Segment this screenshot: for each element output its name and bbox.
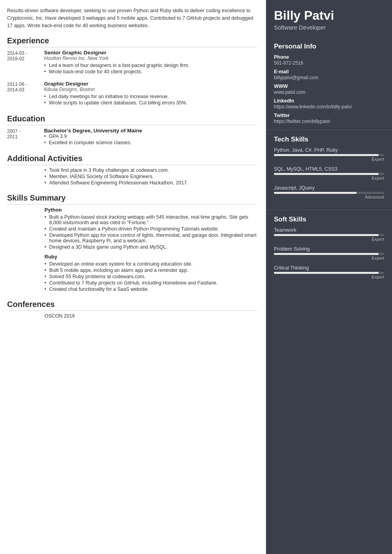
- job-title: Senior Graphic Designer: [44, 50, 257, 56]
- experience-section: Experience 2014-03 -2018-02 Senior Graph…: [7, 36, 257, 106]
- skill-bar-bg: [274, 192, 384, 194]
- phone-value: 501-872-2516: [274, 60, 384, 66]
- skill-bar-bg: [274, 272, 384, 274]
- skill-bar-item: Teamwork Expert: [274, 227, 384, 242]
- summary-text: Results-driven software developer, seeki…: [7, 7, 257, 29]
- skill-language-section: Ruby Developed an online exam system for…: [44, 254, 257, 292]
- right-column: Billy Patvi Software Developer Personal …: [266, 0, 392, 554]
- left-column: Results-driven software developer, seeki…: [0, 0, 266, 554]
- www-label: WWW: [274, 84, 384, 89]
- degree-title: Bachelor's Degree, University of Maine: [44, 128, 257, 134]
- skill-name: Problem Solving: [274, 246, 384, 252]
- skill-level: Expert: [274, 256, 384, 260]
- experience-title: Experience: [7, 36, 257, 47]
- bullet-item: Led a team of four designers in a fast-p…: [44, 63, 257, 68]
- skills-summary-section: Skills Summary Python Built a Python-bas…: [7, 193, 257, 292]
- skill-language-title: Python: [44, 207, 257, 213]
- conferences-title: Conferences: [7, 300, 257, 311]
- skill-name: Javascript, JQuery: [274, 185, 384, 191]
- bullet-item: Wrote scripts to update client databases…: [44, 100, 257, 106]
- exp-date: 2014-03 -2018-02: [7, 50, 39, 75]
- edu-bullets: GPA 3.9Excelled in computer science clas…: [44, 134, 257, 145]
- skill-level: Expert: [274, 275, 384, 279]
- company: Kibula Designs, Boston: [44, 87, 257, 92]
- skill-level: Expert: [274, 157, 384, 162]
- twitter-value: https://twitter.com/billypatvi: [274, 119, 384, 124]
- bullet-item: Wrote back-end code for 40 client projec…: [44, 69, 257, 74]
- skill-language-title: Ruby: [44, 254, 257, 260]
- skill-bar-fill: [274, 173, 379, 175]
- tech-skills-title: Tech Skills: [274, 136, 384, 143]
- phone-label: Phone: [274, 54, 384, 60]
- bullet-item: Solved 55 Ruby problems at codewars.com.: [44, 274, 257, 279]
- skill-bar-item: Problem Solving Expert: [274, 246, 384, 260]
- www-value: www.patvi.com: [274, 89, 384, 95]
- linkedin-label: LinkedIn: [274, 98, 384, 104]
- bullet-item: Led daily meetings for an initiative to …: [44, 94, 257, 99]
- skill-bar-fill: [274, 253, 379, 255]
- additional-item: Attended Software Engineering Profession…: [44, 180, 257, 186]
- skill-bar-fill: [274, 154, 379, 156]
- skill-language-section: Python Built a Python-based stock tracki…: [44, 207, 257, 250]
- conferences-section: Conferences OSCON 2016: [7, 300, 257, 319]
- personal-info-title: Personal Info: [274, 43, 384, 50]
- candidate-title: Software Developer: [274, 24, 384, 31]
- experience-item: 2014-03 -2018-02 Senior Graphic Designer…: [7, 50, 257, 75]
- education-item: 2007 -2011 Bachelor's Degree, University…: [7, 128, 257, 146]
- edu-date: 2007 -2011: [7, 128, 39, 146]
- job-title: Graphic Designer: [44, 81, 257, 87]
- skill-bar-item: SQL, MySQL, HTML5, CSS3 Expert: [274, 166, 384, 180]
- bullet-item: Excelled in computer science classes.: [44, 140, 257, 145]
- skill-bar-item: Python, Java, C#, PHP, Ruby Expert: [274, 147, 384, 162]
- skill-name: Python, Java, C#, PHP, Ruby: [274, 147, 384, 153]
- skill-bar-bg: [274, 173, 384, 175]
- additional-list: Took first place in 3 Ruby challenges at…: [7, 167, 257, 186]
- bullet-item: Developed Python app for voice control o…: [44, 232, 257, 244]
- twitter-label: Twitter: [274, 113, 384, 118]
- bullet-item: Created chat functionality for a SaaS we…: [44, 286, 257, 292]
- skill-bullets: Built a Python-based stock tracking weba…: [44, 214, 257, 250]
- skill-bar-item: Critical Thinking Expert: [274, 265, 384, 279]
- skill-bar-item: Javascript, JQuery Advanced: [274, 185, 384, 199]
- email-value: billypatvi@gmail.com: [274, 75, 384, 80]
- additional-item: Member, IAENG Society of Software Engine…: [44, 174, 257, 179]
- additional-title: Additional Activities: [7, 154, 257, 165]
- education-title: Education: [7, 114, 257, 125]
- bullet-item: Contributed to 7 Ruby projects on GitHub…: [44, 280, 257, 286]
- skill-bar-bg: [274, 253, 384, 255]
- skill-bullets: Developed an online exam system for a co…: [44, 261, 257, 292]
- skill-level: Expert: [274, 176, 384, 180]
- skills-summary-title: Skills Summary: [7, 193, 257, 204]
- skill-level: Advanced: [274, 195, 384, 199]
- skill-bar-fill: [274, 272, 379, 274]
- skill-bar-bg: [274, 234, 384, 236]
- skill-bar-bg: [274, 154, 384, 156]
- bullet-item: Designed a 3D Maze game using Python and…: [44, 244, 257, 250]
- skill-name: Critical Thinking: [274, 265, 384, 271]
- candidate-name: Billy Patvi: [274, 9, 384, 22]
- soft-skills-title: Soft Skills: [274, 216, 384, 223]
- bullet-item: Created and maintain a Python-driven Pyt…: [44, 226, 257, 232]
- conference-item: OSCON 2016: [7, 313, 257, 319]
- company: Houlton Renno Inc. New York: [44, 56, 257, 61]
- personal-info-section: Personal Info Phone 501-872-2516 E-mail …: [266, 37, 392, 130]
- experience-item: 2011-06 -2014-03 Graphic Designer Kibula…: [7, 81, 257, 106]
- linkedin-value: https://www.linkedin.com/in/billy-patvi: [274, 104, 384, 110]
- skill-bar-fill: [274, 234, 379, 236]
- candidate-header: Billy Patvi Software Developer: [266, 0, 392, 37]
- skill-level: Expert: [274, 237, 384, 242]
- tech-skills-section: Tech Skills Python, Java, C#, PHP, Ruby …: [266, 130, 392, 210]
- bullet-item: Built 5 mobile apps, including an alarm …: [44, 268, 257, 273]
- email-label: E-mail: [274, 69, 384, 74]
- skill-bar-fill: [274, 192, 357, 194]
- exp-bullets: Led daily meetings for an initiative to …: [44, 94, 257, 106]
- soft-skills-section: Soft Skills Teamwork Expert Problem Solv…: [266, 210, 392, 290]
- additional-item: Took first place in 3 Ruby challenges at…: [44, 167, 257, 173]
- exp-date: 2011-06 -2014-03: [7, 81, 39, 106]
- additional-activities-section: Additional Activities Took first place i…: [7, 154, 257, 186]
- skill-name: SQL, MySQL, HTML5, CSS3: [274, 166, 384, 172]
- bullet-item: Built a Python-based stock tracking weba…: [44, 214, 257, 225]
- skill-name: Teamwork: [274, 227, 384, 233]
- education-section: Education 2007 -2011 Bachelor's Degree, …: [7, 114, 257, 146]
- bullet-item: GPA 3.9: [44, 134, 257, 139]
